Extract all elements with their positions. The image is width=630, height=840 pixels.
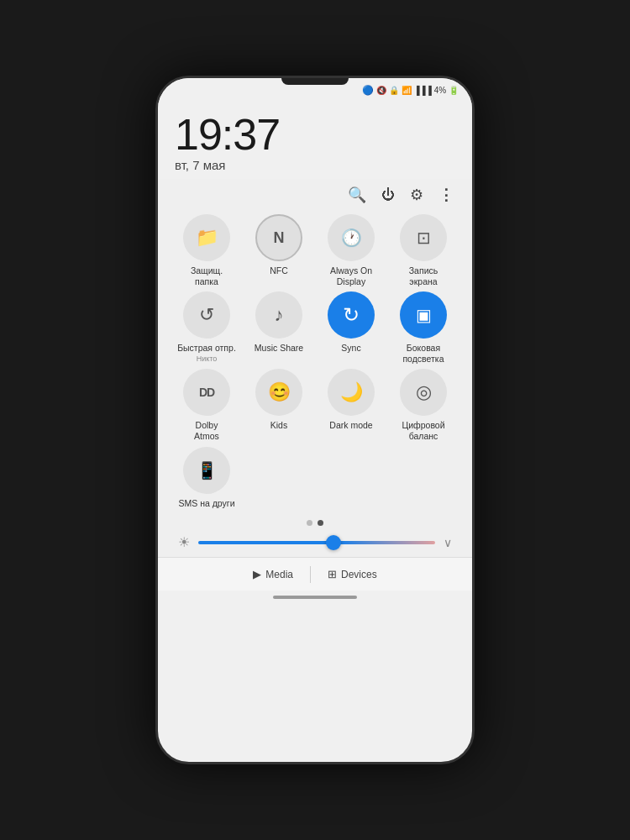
quick-settings: 🔍 ⏻ ⚙ ⋮ 📁 Защищ.папка N NFC 🕐 Always OnD… (158, 179, 472, 557)
devices-button[interactable]: ⊞ Devices (311, 564, 394, 584)
nav-indicator (273, 596, 357, 599)
screen-record-icon: ⊡ (400, 214, 447, 261)
lock-icon: 🔒 (389, 86, 399, 95)
clock-time: 19:37 (175, 113, 455, 156)
power-icon[interactable]: ⏻ (381, 187, 395, 202)
tile-screen-record[interactable]: ⊡ Записьэкрана (390, 214, 457, 286)
search-icon[interactable]: 🔍 (348, 186, 366, 204)
bluetooth-icon: 🔵 (362, 85, 374, 96)
brightness-icon: ☀ (178, 534, 190, 550)
quick-share-sublabel: Никто (197, 354, 218, 363)
media-label: Media (265, 569, 293, 580)
tile-dark-mode[interactable]: 🌙 Dark mode (318, 369, 385, 441)
quick-share-icon: ↺ (183, 291, 230, 339)
devices-label: Devices (341, 569, 377, 580)
battery-icon: 4% 🔋 (434, 86, 459, 95)
dark-mode-icon: 🌙 (328, 369, 375, 416)
tile-quick-share[interactable]: ↺ Быстрая отпр. Никто (173, 291, 240, 364)
kids-label: Kids (270, 420, 287, 431)
digital-wellbeing-label: Цифровойбаланс (402, 420, 444, 441)
always-on-display-icon: 🕐 (328, 214, 375, 261)
nfc-icon: N (255, 214, 302, 261)
kids-icon: 😊 (255, 369, 302, 416)
tile-always-on-display[interactable]: 🕐 Always OnDisplay (318, 214, 385, 286)
tile-kids[interactable]: 😊 Kids (245, 369, 312, 441)
page-dots (166, 512, 464, 531)
wifi-icon: 📶 (402, 86, 412, 95)
sync-icon: ↻ (328, 291, 375, 339)
notch (281, 78, 349, 85)
always-on-display-label: Always OnDisplay (330, 265, 372, 286)
sms-other-devices-icon: 📱 (183, 447, 230, 494)
tiles-grid: 📁 Защищ.папка N NFC 🕐 Always OnDisplay ⊡… (166, 211, 464, 512)
tile-digital-wellbeing[interactable]: ◎ Цифровойбаланс (390, 369, 457, 441)
status-icons: 🔵 🔇 🔒 📶 ▐▐▐ 4% 🔋 (362, 85, 459, 96)
bottom-bar: ▶ Media ⊞ Devices (158, 557, 472, 591)
clock-area: 19:37 вт, 7 мая (158, 99, 472, 179)
more-icon[interactable]: ⋮ (438, 186, 454, 204)
signal-icon: ▐▐▐ (414, 86, 432, 95)
dolby-atmos-label: DolbyAtmos (194, 420, 219, 441)
music-share-icon: ♪ (255, 291, 302, 339)
brightness-expand-icon[interactable]: ∨ (444, 536, 452, 549)
secure-folder-icon: 📁 (183, 214, 230, 261)
toolbar: 🔍 ⏻ ⚙ ⋮ (166, 179, 464, 211)
tile-dolby-atmos[interactable]: DD DolbyAtmos (173, 369, 240, 441)
sms-other-devices-label: SMS на други (178, 498, 234, 509)
phone-frame: 🔵 🔇 🔒 📶 ▐▐▐ 4% 🔋 19:37 вт, 7 мая 🔍 ⏻ ⚙ ⋮… (155, 76, 475, 764)
screen-record-label: Записьэкрана (409, 265, 438, 286)
dark-mode-label: Dark mode (329, 420, 372, 431)
devices-icon: ⊞ (328, 568, 337, 580)
quick-share-label: Быстрая отпр. (177, 343, 236, 354)
tile-edge-lighting[interactable]: ▣ Боковаяподсветка (390, 291, 457, 364)
media-play-icon: ▶ (253, 568, 261, 580)
brightness-thumb[interactable] (326, 535, 341, 550)
dolby-atmos-icon: DD (183, 369, 230, 416)
edge-lighting-icon: ▣ (400, 291, 447, 339)
mute-icon: 🔇 (376, 86, 386, 95)
tile-secure-folder[interactable]: 📁 Защищ.папка (173, 214, 240, 286)
tile-sms-other-devices[interactable]: 📱 SMS на други (173, 447, 240, 509)
page-dot-2 (318, 520, 323, 526)
clock-date: вт, 7 мая (175, 158, 455, 172)
settings-icon[interactable]: ⚙ (410, 186, 423, 204)
edge-lighting-label: Боковаяподсветка (402, 343, 444, 364)
tile-sync[interactable]: ↻ Sync (318, 291, 385, 364)
page-dot-1 (307, 520, 312, 526)
music-share-label: Music Share (255, 343, 303, 354)
tile-nfc[interactable]: N NFC (245, 214, 312, 286)
nfc-label: NFC (270, 265, 288, 276)
sync-label: Sync (341, 343, 360, 354)
digital-wellbeing-icon: ◎ (400, 369, 447, 416)
brightness-row: ☀ ∨ (166, 531, 464, 557)
media-button[interactable]: ▶ Media (236, 564, 310, 584)
tile-music-share[interactable]: ♪ Music Share (245, 291, 312, 364)
nav-bar (158, 591, 472, 602)
secure-folder-label: Защищ.папка (191, 265, 223, 286)
brightness-track[interactable] (198, 541, 435, 544)
